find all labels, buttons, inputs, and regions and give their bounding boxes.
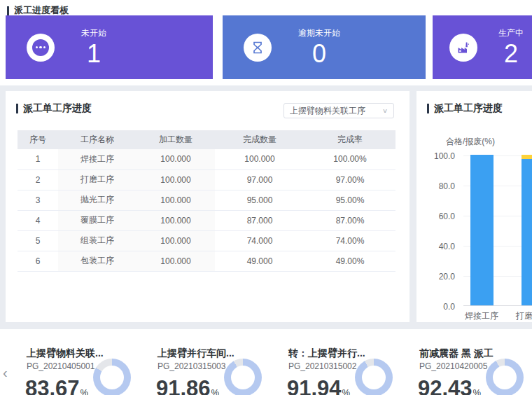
work-order-title: 转：上摆臂并行...: [288, 347, 365, 360]
cell-qty: 100.000: [136, 210, 215, 230]
cell-rate: 49.00%: [304, 251, 396, 271]
percent-sign: %: [211, 387, 220, 395]
hourglass-icon: [244, 34, 272, 62]
y-tick: 0.0: [416, 302, 455, 312]
y-tick: 60.0: [416, 212, 455, 221]
factory-icon: [449, 34, 477, 62]
y-tick: 40.0: [416, 242, 455, 251]
work-order-percent: 83.67: [25, 376, 80, 395]
cell-rate: 97.00%: [304, 169, 396, 190]
cell-qty: 100.000: [136, 169, 215, 190]
title-accent-bar: [7, 6, 9, 15]
cell-name: 抛光工序: [58, 190, 136, 210]
y-tick: 100.0: [416, 151, 455, 161]
cell-name: 焊接工序: [58, 149, 136, 169]
stat-label: 未开始: [81, 27, 106, 39]
cell-name: 组装工序: [58, 230, 136, 251]
stat-value: 0: [298, 41, 340, 67]
table-row: 4 覆膜工序 100.000 87.000 87.00%: [18, 210, 396, 230]
progress-donut-chart: [355, 359, 393, 395]
cell-rate: 100.00%: [304, 149, 396, 169]
stat-card-overdue: 逾期未开始 0: [223, 15, 426, 79]
y-tick: 80.0: [416, 181, 455, 191]
process-progress-panel: 派工单工序进度 上摆臂物料关联工序 ∨ 序号 工序名称 加工数量 完成数量 完成…: [6, 91, 410, 322]
table-row: 3 抛光工序 100.000 95.000 95.00%: [18, 190, 396, 210]
cell-done: 100.000: [215, 149, 304, 169]
page-header: 派工进度看板: [0, 0, 532, 17]
title-accent-bar: [427, 104, 429, 113]
cell-name: 包装工序: [58, 251, 136, 271]
col-header-rate: 完成率: [304, 130, 396, 149]
cell-qty: 100.000: [136, 190, 215, 210]
cell-done: 95.000: [215, 190, 304, 210]
process-filter-dropdown[interactable]: 上摆臂物料关联工序 ∨: [284, 103, 394, 118]
table-row: 2 打磨工序 100.000 97.000 97.00%: [18, 169, 396, 190]
work-order-card[interactable]: 上摆臂物料关联... PG_20210405001 83.67%: [18, 329, 148, 395]
carousel-prev-icon[interactable]: ‹: [3, 366, 8, 380]
percent-sign: %: [80, 387, 89, 395]
cell-index: 3: [18, 190, 58, 210]
x-tick-label: 焊接工序: [457, 310, 506, 322]
work-order-title: 上摆臂并行车间...: [158, 347, 234, 360]
cell-done: 74.000: [215, 230, 304, 251]
title-accent-bar: [16, 104, 18, 113]
cell-rate: 87.00%: [304, 210, 396, 230]
top-section: 派工进度看板 未开始 1 逾期未开始 0 生产: [0, 0, 532, 85]
cell-rate: 95.00%: [304, 190, 396, 210]
work-order-percent: 91.86: [156, 376, 211, 395]
stat-card-in-production: 生产中 2: [433, 15, 532, 79]
dropdown-selected-value: 上摆臂物料关联工序: [290, 105, 382, 117]
cell-done: 87.000: [215, 210, 304, 230]
y-tick: 20.0: [416, 272, 455, 282]
cell-done: 97.000: [215, 169, 304, 190]
col-header-index: 序号: [18, 130, 58, 149]
bar-chart-plot-area: [463, 155, 532, 306]
bar-qualified-segment: [522, 159, 532, 305]
col-header-qty: 加工数量: [136, 130, 215, 149]
y-axis-label: 合格/报废(%): [446, 136, 495, 148]
work-order-card[interactable]: 转：上摆臂并行... PG_20210315002 91.94%: [279, 329, 410, 395]
stat-label: 逾期未开始: [298, 27, 340, 39]
bar-grinding: [522, 155, 532, 305]
percent-sign: %: [473, 387, 482, 395]
work-order-title: 上摆臂物料关联...: [27, 347, 104, 360]
cell-index: 2: [18, 169, 58, 190]
stat-value: 1: [81, 41, 106, 67]
col-header-done: 完成数量: [215, 130, 304, 149]
work-order-code: PG_20210315002: [288, 361, 356, 371]
work-order-card[interactable]: 上摆臂并行车间... PG_20210315003 91.86%: [148, 329, 279, 395]
table-header-row: 序号 工序名称 加工数量 完成数量 完成率: [18, 130, 396, 149]
stat-card-not-started: 未开始 1: [6, 15, 213, 79]
work-order-percent: 92.43: [418, 376, 472, 395]
progress-donut-chart: [93, 359, 131, 395]
process-chart-panel: 派工单工序进度 合格/报废(%) 100.0 80.0 60.0 40.0 20…: [416, 91, 532, 322]
work-order-card[interactable]: 前减震器 黑 派工 PG_20210420005 92.43%: [410, 329, 532, 395]
cell-name: 覆膜工序: [58, 210, 136, 230]
chevron-down-icon: ∨: [382, 107, 388, 114]
work-order-title: 前减震器 黑 派工: [419, 347, 493, 360]
cell-qty: 100.000: [136, 251, 215, 271]
cell-qty: 100.000: [136, 149, 215, 169]
cell-index: 4: [18, 210, 58, 230]
cell-index: 5: [18, 230, 58, 251]
process-table: 序号 工序名称 加工数量 完成数量 完成率 1 焊接工序 100.000 100…: [18, 130, 396, 272]
process-panel-title: 派工单工序进度: [23, 102, 92, 115]
cell-index: 1: [18, 149, 58, 169]
ellipsis-icon: [27, 34, 55, 62]
chart-panel-title: 派工单工序进度: [434, 102, 503, 115]
col-header-name: 工序名称: [58, 130, 136, 149]
table-row: 1 焊接工序 100.000 100.000 100.00%: [18, 149, 396, 169]
cell-name: 打磨工序: [58, 169, 136, 190]
progress-donut-chart: [486, 359, 524, 395]
table-row: 6 包装工序 100.000 49.000 49.00%: [18, 251, 396, 271]
bar-welding: [470, 155, 493, 305]
cell-index: 6: [18, 251, 58, 271]
work-order-carousel: ‹ 上摆臂物料关联... PG_20210405001 83.67% 上摆臂并行…: [0, 329, 532, 395]
x-tick-label: 打磨工序: [508, 310, 532, 322]
table-row: 5 组装工序 100.000 74.000 74.00%: [18, 230, 396, 251]
cell-qty: 100.000: [136, 230, 215, 251]
work-order-percent: 91.94: [287, 376, 342, 395]
work-order-code: PG_20210420005: [419, 361, 487, 371]
stat-label: 生产中: [498, 27, 524, 39]
work-order-code: PG_20210315003: [158, 361, 225, 371]
